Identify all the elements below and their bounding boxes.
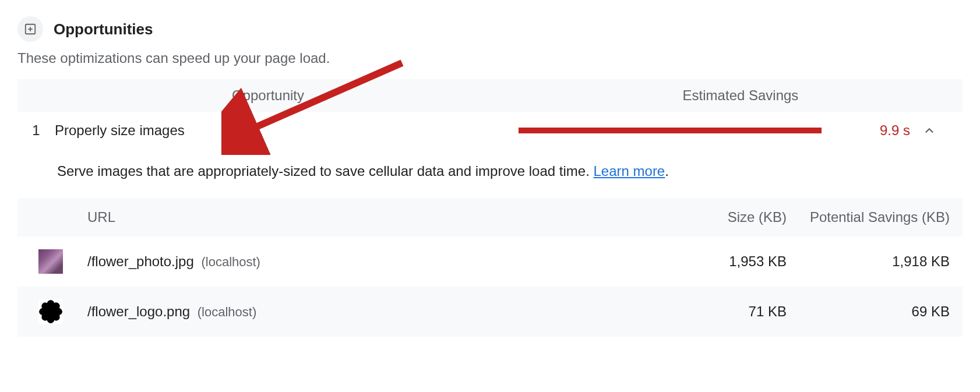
opportunity-description: Serve images that are appropriately-size… <box>17 147 963 198</box>
opportunities-icon <box>17 16 43 42</box>
savings-value: 9.9 s <box>822 122 915 139</box>
url-path: /flower_logo.png <box>87 303 190 319</box>
column-opportunity: Opportunity <box>17 87 519 104</box>
thumbnail-cell <box>17 249 87 274</box>
size-cell: 1,953 KB <box>670 253 787 270</box>
table-row: /flower_photo.jpg (localhost) 1,953 KB 1… <box>17 236 963 287</box>
opportunity-index: 1 <box>17 122 55 139</box>
section-subtitle: These optimizations can speed up your pa… <box>17 50 963 66</box>
opportunities-section-header: Opportunities <box>17 16 963 42</box>
table-header-size: Size (KB) <box>670 209 787 225</box>
thumbnail-cell <box>17 299 87 324</box>
columns-header: Opportunity Estimated Savings <box>17 79 963 112</box>
expand-toggle[interactable] <box>915 124 944 137</box>
savings-cell: 1,918 KB <box>787 253 950 270</box>
column-savings: Estimated Savings <box>519 87 963 104</box>
opportunity-row[interactable]: 1 Properly size images 9.9 s <box>17 112 963 147</box>
table-header-savings: Potential Savings (KB) <box>787 209 950 226</box>
url-host: (localhost) <box>198 305 256 319</box>
table-row: /flower_logo.png (localhost) 71 KB 69 KB <box>17 287 963 337</box>
learn-more-link[interactable]: Learn more <box>593 163 665 179</box>
savings-bar <box>519 128 822 133</box>
opportunity-description-text: Serve images that are appropriately-size… <box>57 163 593 179</box>
image-thumbnail <box>38 299 63 324</box>
url-cell[interactable]: /flower_logo.png (localhost) <box>87 303 670 320</box>
url-path: /flower_photo.jpg <box>87 253 194 269</box>
image-thumbnail <box>38 249 63 274</box>
opportunity-title: Properly size images <box>55 122 519 139</box>
savings-cell: 69 KB <box>787 303 950 320</box>
chevron-up-icon <box>923 124 936 137</box>
section-title: Opportunities <box>54 20 153 38</box>
savings-bar-cell <box>519 128 822 133</box>
url-cell[interactable]: /flower_photo.jpg (localhost) <box>87 253 670 270</box>
opportunity-description-suffix: . <box>665 163 669 179</box>
table-header-row: URL Size (KB) Potential Savings (KB) <box>17 198 963 236</box>
size-cell: 71 KB <box>670 303 787 320</box>
table-header-url: URL <box>87 209 670 225</box>
details-table: URL Size (KB) Potential Savings (KB) /fl… <box>17 198 963 337</box>
url-host: (localhost) <box>201 255 260 269</box>
